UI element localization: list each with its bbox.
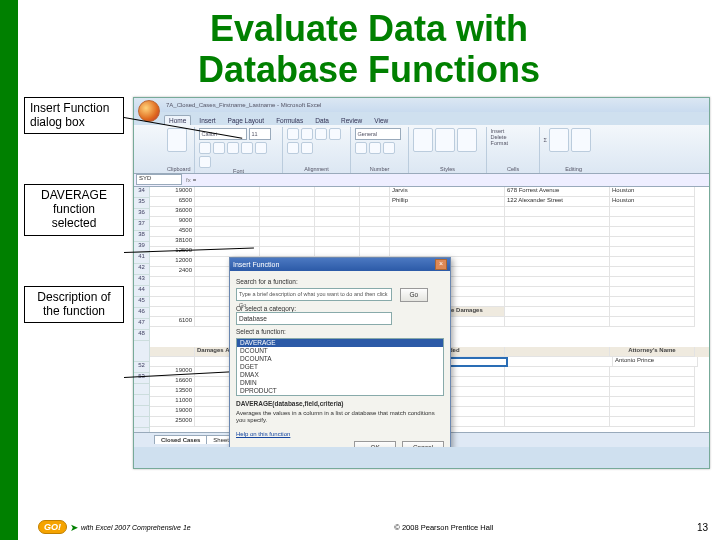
cell[interactable]: 16600 <box>150 377 195 387</box>
cell[interactable]: 36000 <box>150 207 195 217</box>
underline-button[interactable] <box>227 142 239 154</box>
row-header[interactable]: 43 <box>134 275 150 286</box>
cell[interactable] <box>505 227 610 237</box>
cell[interactable] <box>610 387 695 397</box>
cell[interactable] <box>195 227 260 237</box>
cell[interactable] <box>505 407 610 417</box>
cell[interactable] <box>505 207 610 217</box>
italic-button[interactable] <box>213 142 225 154</box>
row-header[interactable]: 36 <box>134 209 150 220</box>
cell[interactable] <box>610 407 695 417</box>
cell[interactable] <box>610 207 695 217</box>
cell[interactable] <box>508 357 613 367</box>
align-button[interactable] <box>287 128 299 140</box>
cell[interactable] <box>150 347 195 357</box>
list-item[interactable]: DPRODUCT <box>237 387 443 395</box>
cell[interactable] <box>390 217 505 227</box>
list-item[interactable]: DMIN <box>237 379 443 387</box>
list-item[interactable]: DCOUNTA <box>237 355 443 363</box>
close-icon[interactable]: × <box>435 259 447 270</box>
fill-color-button[interactable] <box>255 142 267 154</box>
row-header[interactable]: 53 <box>134 373 150 384</box>
font-size-box[interactable]: 11 <box>249 128 271 140</box>
cell[interactable]: Phillip <box>390 197 505 207</box>
cell[interactable] <box>610 377 695 387</box>
name-box[interactable]: SYD <box>136 174 182 185</box>
cell[interactable]: 11000 <box>150 397 195 407</box>
cell[interactable] <box>260 207 315 217</box>
cell[interactable]: 6500 <box>150 197 195 207</box>
cell[interactable]: Houston <box>610 187 695 197</box>
list-item[interactable]: DGET <box>237 363 443 371</box>
list-item[interactable]: DAVERAGE <box>237 339 443 347</box>
cell[interactable] <box>390 247 505 257</box>
cell[interactable] <box>260 187 315 197</box>
cell[interactable] <box>610 287 695 297</box>
row-header[interactable] <box>134 384 150 395</box>
cell[interactable] <box>195 197 260 207</box>
cell[interactable] <box>195 207 260 217</box>
row-header[interactable]: 52 <box>134 362 150 373</box>
cell[interactable] <box>195 237 260 247</box>
cell[interactable] <box>505 307 610 317</box>
cell[interactable] <box>505 387 610 397</box>
tab-home[interactable]: Home <box>164 115 191 125</box>
cell[interactable] <box>195 187 260 197</box>
cell[interactable]: 6100 <box>150 317 195 327</box>
list-item[interactable]: DMAX <box>237 371 443 379</box>
cell-styles-button[interactable] <box>457 128 477 152</box>
find-select-button[interactable] <box>571 128 591 152</box>
cell[interactable] <box>360 227 390 237</box>
list-item[interactable]: DCOUNT <box>237 347 443 355</box>
align-button-4[interactable] <box>329 128 341 140</box>
autosum-button[interactable]: Σ <box>544 137 547 143</box>
cell[interactable]: 19000 <box>150 407 195 417</box>
cell[interactable] <box>315 237 360 247</box>
cell[interactable] <box>390 207 505 217</box>
row-header[interactable]: 34 <box>134 187 150 198</box>
cell[interactable] <box>390 237 505 247</box>
cell[interactable] <box>505 247 610 257</box>
conditional-formatting-button[interactable] <box>413 128 433 152</box>
cell[interactable] <box>315 217 360 227</box>
cell[interactable] <box>360 197 390 207</box>
cell[interactable] <box>505 417 610 427</box>
cell[interactable] <box>505 277 610 287</box>
row-header[interactable]: 35 <box>134 198 150 209</box>
paste-button[interactable] <box>167 128 187 152</box>
align-button-6[interactable] <box>301 142 313 154</box>
fx-icon[interactable]: fx <box>186 177 191 183</box>
cell[interactable]: 12000 <box>150 257 195 267</box>
cell[interactable] <box>360 207 390 217</box>
cell[interactable] <box>505 317 610 327</box>
cell[interactable] <box>610 257 695 267</box>
dialog-titlebar[interactable]: Insert Function × <box>230 258 450 271</box>
cell[interactable] <box>505 257 610 267</box>
cell[interactable] <box>610 397 695 407</box>
office-button-icon[interactable] <box>138 100 160 122</box>
cell[interactable] <box>505 377 610 387</box>
cell[interactable] <box>505 347 610 357</box>
cell[interactable] <box>360 247 390 257</box>
cell[interactable] <box>505 297 610 307</box>
row-header[interactable] <box>134 406 150 417</box>
row-header[interactable]: 44 <box>134 286 150 297</box>
tab-view[interactable]: View <box>370 116 392 125</box>
cell[interactable]: Houston <box>610 197 695 207</box>
cell[interactable] <box>610 417 695 427</box>
row-header[interactable]: 37 <box>134 220 150 231</box>
row-header[interactable]: 48 <box>134 330 150 341</box>
cell[interactable] <box>610 277 695 287</box>
tab-review[interactable]: Review <box>337 116 366 125</box>
cell[interactable] <box>505 267 610 277</box>
format-cells-button[interactable]: Format <box>491 140 508 146</box>
cell[interactable] <box>610 317 695 327</box>
align-button-5[interactable] <box>287 142 299 154</box>
cell[interactable] <box>150 357 195 367</box>
tab-formulas[interactable]: Formulas <box>272 116 307 125</box>
cell[interactable] <box>260 247 315 257</box>
row-header[interactable]: 38 <box>134 231 150 242</box>
sheet-tab-closed-cases[interactable]: Closed Cases <box>154 435 207 444</box>
cell[interactable] <box>315 187 360 197</box>
cell[interactable]: 25000 <box>150 417 195 427</box>
